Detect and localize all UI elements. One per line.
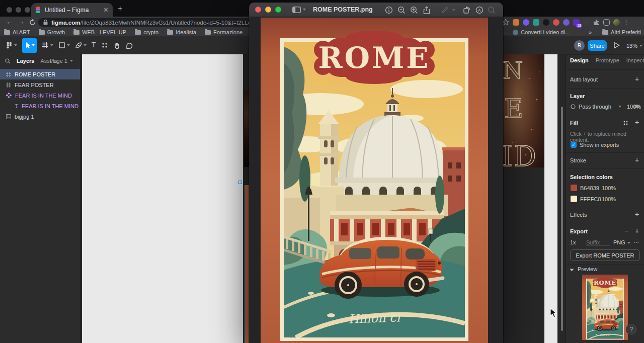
minimize-icon[interactable] [265, 7, 271, 13]
effects-add-icon[interactable]: + [635, 212, 639, 217]
markup-chevron-icon[interactable] [452, 9, 455, 11]
extension-icon[interactable] [523, 19, 529, 26]
reload-icon[interactable] [29, 19, 36, 26]
color-opacity[interactable]: 100% [602, 196, 616, 202]
new-tab-button[interactable]: + [118, 4, 122, 13]
extension-icon-badged[interactable]: 18 [573, 19, 580, 26]
page-selector[interactable]: Page 1 [50, 54, 73, 67]
preview-window[interactable]: ROME POSTER.png [249, 3, 503, 343]
main-menu-button[interactable] [3, 36, 20, 54]
show-in-exports-checkbox[interactable]: ✓ [571, 142, 577, 148]
bookmark-item[interactable]: Formazione [205, 29, 243, 35]
panel-scrollbar[interactable] [561, 107, 563, 331]
split-view-icon[interactable] [603, 19, 610, 26]
tab-close-icon[interactable]: ✕ [103, 6, 109, 14]
move-tool-button[interactable] [22, 38, 37, 53]
canvas-frame-white[interactable] [82, 54, 243, 343]
fill-add-icon[interactable]: + [635, 120, 639, 125]
layer-row-fear-poster[interactable]: FEAR POSTER [0, 79, 80, 90]
extension-icon[interactable] [533, 19, 539, 26]
eye-visibility-icon[interactable] [633, 104, 640, 109]
color-hex[interactable]: B64839 [580, 185, 599, 191]
rotate-icon[interactable] [463, 6, 471, 14]
chevron-down-icon[interactable] [303, 9, 306, 11]
profile-avatar[interactable] [613, 19, 620, 26]
user-avatar[interactable]: R [574, 40, 585, 51]
frame-tool-button[interactable] [39, 36, 56, 54]
puzzle-extensions-icon[interactable] [593, 19, 600, 26]
layer-row-rome-poster[interactable]: ROME POSTER [0, 69, 80, 79]
extension-icon[interactable] [563, 19, 570, 26]
layer-row-image[interactable]: bigjpg 1 [0, 111, 80, 122]
text-tool-button[interactable]: T [89, 36, 99, 54]
share-button[interactable]: Share [588, 40, 607, 51]
present-play-icon[interactable] [613, 42, 620, 49]
canvas-frame-white-right[interactable] [544, 54, 557, 343]
bookmark-item[interactable]: crypto [135, 29, 158, 35]
forward-icon[interactable]: → [18, 18, 25, 26]
tab-prototype[interactable]: Prototype [596, 57, 619, 63]
auto-layout-add-icon[interactable]: + [635, 76, 639, 81]
export-suffix-input[interactable] [586, 239, 610, 246]
annotate-icon[interactable]: A [475, 6, 484, 14]
bookmark-item[interactable]: Converti i video di... [513, 29, 570, 35]
bookmarks-overflow-chevron[interactable]: » [589, 29, 592, 35]
selection-handle[interactable] [238, 181, 242, 184]
blend-mode-value[interactable]: Pass through [579, 104, 611, 110]
back-icon[interactable]: ← [6, 18, 13, 26]
window-zoom-icon[interactable] [25, 7, 30, 13]
export-scale[interactable]: 1x [570, 239, 576, 245]
extension-icon[interactable] [553, 19, 559, 26]
color-opacity[interactable]: 100% [602, 185, 616, 191]
extension-icon[interactable] [543, 19, 549, 26]
markup-pencil-icon[interactable] [441, 6, 449, 14]
browser-menu-icon[interactable]: ⋮ [623, 19, 629, 26]
bookmark-item[interactable]: WEB - LEVEL-UP [73, 29, 126, 35]
shape-tool-button[interactable] [56, 36, 72, 54]
preview-window-titlebar[interactable]: ROME POSTER.png [249, 3, 503, 17]
preview-disclosure-icon[interactable] [570, 269, 574, 272]
fill-styles-icon[interactable] [623, 120, 628, 126]
zoom-control[interactable]: 13% [626, 40, 642, 51]
extension-icon[interactable] [513, 19, 519, 26]
window-close-icon[interactable] [7, 7, 12, 13]
zoom-out-icon[interactable] [397, 6, 406, 14]
share-icon[interactable] [423, 6, 431, 15]
tab-design[interactable]: Design [570, 57, 589, 63]
fear-poster-canvas-fragment[interactable]: N E ID [502, 54, 544, 167]
export-more-icon[interactable]: … [633, 238, 639, 244]
stroke-add-icon[interactable]: + [635, 157, 639, 162]
help-button[interactable]: ? [626, 324, 637, 335]
color-hex[interactable]: FFEFC8 [580, 196, 601, 202]
export-add-icon[interactable]: + [635, 228, 639, 233]
color-swatch-cream[interactable] [571, 196, 577, 202]
pen-tool-button[interactable] [72, 36, 89, 54]
resources-button[interactable] [99, 36, 111, 54]
tab-inspect[interactable]: Inspect [626, 57, 644, 63]
search-icon[interactable] [488, 6, 496, 14]
zoom-window-icon[interactable] [275, 7, 281, 13]
browser-tab[interactable]: Untitled – Figma ✕ [31, 3, 113, 17]
bookmark-item[interactable]: AI ART [4, 29, 30, 35]
hand-tool-button[interactable] [111, 36, 123, 54]
bookmark-item[interactable]: Idealista [167, 29, 196, 35]
layer-row-text[interactable]: T FEAR IS IN THE MIND [0, 101, 80, 111]
export-button[interactable]: Export ROME POSTER [570, 249, 640, 261]
export-format[interactable]: PNG [613, 239, 625, 245]
window-controls[interactable] [7, 6, 34, 15]
color-swatch-red[interactable] [571, 185, 577, 191]
info-icon[interactable] [385, 6, 393, 14]
bookmark-star-icon[interactable] [502, 19, 509, 26]
comment-tool-button[interactable] [123, 36, 135, 54]
close-icon[interactable] [255, 7, 261, 13]
blend-mode-icon[interactable] [571, 104, 576, 109]
bookmark-item[interactable]: Altri Preferiti [602, 29, 641, 35]
sidebar-toggle-icon[interactable] [292, 7, 301, 13]
window-minimize-icon[interactable] [16, 7, 21, 13]
zoom-in-icon[interactable] [410, 6, 418, 14]
extension-icon[interactable] [583, 19, 590, 26]
tab-layers[interactable]: Layers [17, 58, 34, 64]
layer-row-component[interactable]: FEAR IS IN THE MIND [0, 90, 80, 101]
export-remove-icon[interactable]: − [624, 228, 628, 233]
search-icon[interactable] [5, 58, 11, 64]
